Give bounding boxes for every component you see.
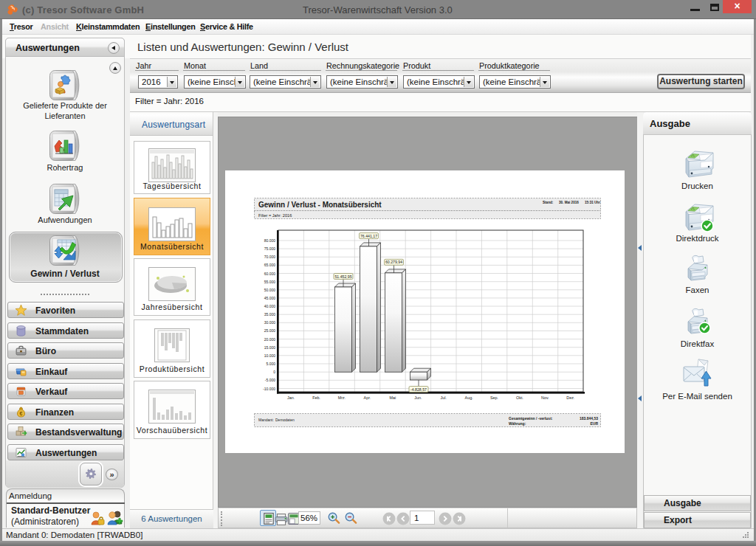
svg-text:55.000: 55.000 [264,280,276,284]
svg-text:Filter = Jahr: 2016: Filter = Jahr: 2016 [258,213,292,218]
svg-text:Dez.: Dez. [566,395,574,400]
svg-text:Okt.: Okt. [516,395,523,400]
svg-text:75.000: 75.000 [264,246,276,251]
svg-text:Jul.: Jul. [441,395,447,400]
svg-text:15.000: 15.000 [264,345,276,350]
svg-text:45.000: 45.000 [264,296,276,300]
svg-text:5.000: 5.000 [266,362,275,366]
svg-text:35.000: 35.000 [264,312,276,317]
svg-text:0: 0 [273,370,275,374]
svg-text:Jan.: Jan. [287,395,295,400]
svg-text:Gewinn / Verlust - Monatsübers: Gewinn / Verlust - Monatsübersicht [258,201,382,209]
svg-text:70.000: 70.000 [264,255,276,259]
svg-text:65.000: 65.000 [264,263,276,267]
svg-text:-4.828,57: -4.828,57 [410,387,427,392]
svg-text:Apr.: Apr. [364,395,371,400]
svg-text:Währung:: Währung: [509,421,526,426]
svg-text:80.000: 80.000 [264,238,276,243]
svg-text:50.000: 50.000 [264,288,276,292]
svg-text:Aug.: Aug. [465,395,473,400]
svg-text:20.000: 20.000 [264,337,276,342]
svg-text:60.279,94: 60.279,94 [385,260,402,264]
svg-text:183.844,53: 183.844,53 [580,416,598,421]
svg-text:30.000: 30.000 [264,320,276,325]
svg-text:Stand:: Stand: [543,201,554,204]
svg-text:15:31 Uhr: 15:31 Uhr [585,201,600,204]
svg-text:Feb.: Feb. [312,395,320,400]
svg-text:-10.000: -10.000 [263,387,275,391]
svg-text:51.452,95: 51.452,95 [334,274,351,279]
svg-text:-5.000: -5.000 [265,378,275,382]
svg-text:40.000: 40.000 [264,304,276,308]
svg-text:€: € [20,411,23,416]
svg-text:Mandant:: Mandant: [258,418,274,422]
svg-text:Demodaten: Demodaten [275,418,295,422]
svg-text:Gesamtgewinn / -verlust:: Gesamtgewinn / -verlust: [509,416,553,421]
svg-text:Jun.: Jun. [414,395,422,400]
svg-text:Nov.: Nov. [541,395,549,400]
svg-text:60.000: 60.000 [264,272,276,276]
svg-text:Mrz.: Mrz. [338,395,346,400]
svg-text:Mai: Mai [390,395,396,400]
svg-text:76.441,17: 76.441,17 [360,234,377,238]
svg-text:30. Mai 2016: 30. Mai 2016 [559,201,579,204]
svg-text:10.000: 10.000 [264,353,276,358]
svg-text:Sep.: Sep. [490,395,498,400]
svg-text:EUR: EUR [590,421,598,426]
svg-text:25.000: 25.000 [264,328,276,333]
